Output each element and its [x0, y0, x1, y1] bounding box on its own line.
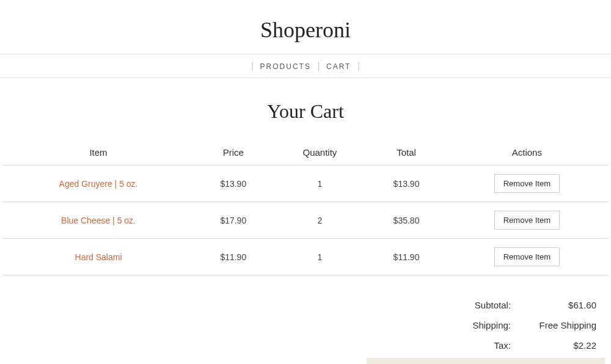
tax-value: $2.22: [535, 340, 596, 351]
remove-button[interactable]: Remove Item: [494, 174, 560, 193]
item-link[interactable]: Hard Salami: [75, 252, 122, 262]
item-link[interactable]: Aged Gruyere | 5 oz.: [59, 179, 138, 189]
shipping-label: Shipping:: [375, 320, 535, 330]
nav-divider: |: [317, 60, 320, 71]
col-header-total: Total: [367, 140, 445, 166]
cart-table: Item Price Quantity Total Actions Aged G…: [2, 140, 609, 275]
table-header-row: Item Price Quantity Total Actions: [2, 140, 609, 166]
page-title: Your Cart: [0, 100, 611, 123]
summary-shipping-row: Shipping: Free Shipping: [367, 315, 605, 335]
nav-cart-link[interactable]: CART: [326, 62, 351, 71]
nav-divider: |: [251, 60, 254, 71]
table-row: Blue Cheese | 5 oz. $17.90 2 $35.80 Remo…: [2, 202, 609, 239]
item-price: $11.90: [194, 239, 272, 275]
summary-tax-row: Tax: $2.22: [367, 335, 605, 355]
nav-divider: |: [357, 60, 360, 71]
item-price: $13.90: [194, 166, 272, 202]
remove-button[interactable]: Remove Item: [494, 247, 560, 266]
subtotal-label: Subtotal:: [375, 300, 535, 310]
site-title: Shoperoni: [0, 17, 611, 43]
subtotal-value: $61.60: [535, 300, 596, 310]
item-total: $35.80: [367, 202, 445, 239]
cart-summary: Subtotal: $61.60 Shipping: Free Shipping…: [367, 295, 605, 364]
col-header-quantity: Quantity: [273, 140, 368, 166]
col-header-item: Item: [2, 140, 194, 166]
item-price: $17.90: [194, 202, 272, 239]
item-total: $13.90: [367, 166, 445, 202]
table-row: Aged Gruyere | 5 oz. $13.90 1 $13.90 Rem…: [2, 166, 609, 202]
tax-label: Tax:: [375, 340, 535, 351]
item-total: $11.90: [367, 239, 445, 275]
col-header-actions: Actions: [445, 140, 609, 166]
item-quantity: 2: [273, 202, 368, 239]
item-link[interactable]: Blue Cheese | 5 oz.: [61, 216, 136, 225]
col-header-price: Price: [194, 140, 272, 166]
item-quantity: 1: [273, 166, 368, 202]
summary-subtotal-row: Subtotal: $61.60: [367, 295, 605, 315]
remove-button[interactable]: Remove Item: [494, 211, 560, 230]
summary-total-row: Total: $63.82: [367, 358, 605, 364]
shipping-value: Free Shipping: [535, 320, 596, 330]
nav-products-link[interactable]: PRODUCTS: [260, 62, 311, 71]
table-row: Hard Salami $11.90 1 $11.90 Remove Item: [2, 239, 609, 275]
item-quantity: 1: [273, 239, 368, 275]
main-nav: | PRODUCTS | CART |: [0, 54, 611, 78]
site-header: Shoperoni: [0, 0, 611, 54]
